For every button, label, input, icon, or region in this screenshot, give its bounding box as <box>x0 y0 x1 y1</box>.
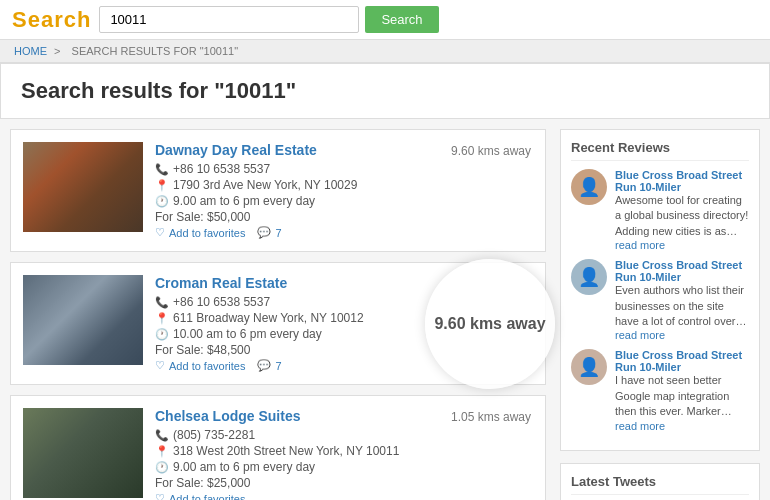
search-heading: Search results for "10011" <box>0 63 770 119</box>
breadcrumb-separator: > <box>54 45 60 57</box>
search-form: Search <box>99 6 438 33</box>
review-text: Even authors who list their businesses o… <box>615 283 749 329</box>
location-icon: 📍 <box>155 445 169 458</box>
clock-icon: 🕐 <box>155 461 169 474</box>
review-name: Blue Cross Broad Street Run 10-Miler <box>615 259 749 283</box>
review-content: Blue Cross Broad Street Run 10-Miler Awe… <box>615 169 749 251</box>
heart-icon: ♡ <box>155 492 165 500</box>
search-input[interactable] <box>99 6 359 33</box>
distance-overlay: 9.60 kms away <box>425 259 555 389</box>
recent-reviews-title: Recent Reviews <box>571 140 749 161</box>
listing-price: For Sale: $25,000 <box>155 476 533 490</box>
review-content: Blue Cross Broad Street Run 10-Miler Eve… <box>615 259 749 341</box>
review-more-link[interactable]: read more <box>615 329 749 341</box>
main-layout: Dawnay Day Real Estate 📞 +86 10 6538 553… <box>0 119 770 500</box>
review-avatar: 👤 <box>571 169 607 205</box>
review-item: 👤 Blue Cross Broad Street Run 10-Miler E… <box>571 259 749 341</box>
review-more-link[interactable]: read more <box>615 239 749 251</box>
listing-card: Dawnay Day Real Estate 📞 +86 10 6538 553… <box>10 129 546 252</box>
clock-icon: 🕐 <box>155 328 169 341</box>
listing-phone: 📞 +86 10 6538 5537 <box>155 162 533 176</box>
listing-price: For Sale: $50,000 <box>155 210 533 224</box>
heart-icon: ♡ <box>155 359 165 372</box>
latest-tweets-section: Latest Tweets 🐦 @OLX_India Thanks for th… <box>560 463 760 500</box>
results-column: Dawnay Day Real Estate 📞 +86 10 6538 553… <box>10 129 546 500</box>
listing-address: 📍 1790 3rd Ave New York, NY 10029 <box>155 178 533 192</box>
site-logo: Search <box>12 7 91 33</box>
listing-card: Chelsea Lodge Suites 📞 (805) 735-2281 📍 … <box>10 395 546 500</box>
location-icon: 📍 <box>155 179 169 192</box>
review-more-link[interactable]: read more <box>615 420 749 432</box>
sidebar: Recent Reviews 👤 Blue Cross Broad Street… <box>560 129 760 500</box>
overlay-distance-text: 9.60 kms away <box>434 315 545 333</box>
phone-icon: 📞 <box>155 429 169 442</box>
breadcrumb-home[interactable]: HOME <box>14 45 47 57</box>
listing-image <box>23 142 143 232</box>
review-text: Awesome tool for creating a global busin… <box>615 193 749 239</box>
review-content: Blue Cross Broad Street Run 10-Miler I h… <box>615 349 749 431</box>
listing-address: 📍 318 West 20th Street New York, NY 1001… <box>155 444 533 458</box>
listing-favorites[interactable]: ♡ Add to favorites <box>155 492 533 500</box>
listing-image <box>23 408 143 498</box>
heart-icon: ♡ <box>155 226 165 239</box>
topbar: Search Search <box>0 0 770 40</box>
comment-icon: 💬 <box>257 359 271 372</box>
review-avatar: 👤 <box>571 349 607 385</box>
review-name: Blue Cross Broad Street Run 10-Miler <box>615 349 749 373</box>
recent-reviews-section: Recent Reviews 👤 Blue Cross Broad Street… <box>560 129 760 451</box>
clock-icon: 🕐 <box>155 195 169 208</box>
review-text: I have not seen better Google map integr… <box>615 373 749 419</box>
phone-icon: 📞 <box>155 296 169 309</box>
listing-card: Croman Real Estate 📞 +86 10 6538 5537 📍 … <box>10 262 546 385</box>
phone-icon: 📞 <box>155 163 169 176</box>
review-name: Blue Cross Broad Street Run 10-Miler <box>615 169 749 193</box>
review-avatar: 👤 <box>571 259 607 295</box>
review-item: 👤 Blue Cross Broad Street Run 10-Miler I… <box>571 349 749 431</box>
listing-hours: 🕐 9.00 am to 6 pm every day <box>155 460 533 474</box>
search-button[interactable]: Search <box>365 6 438 33</box>
breadcrumb: HOME > SEARCH RESULTS FOR "10011" <box>0 40 770 63</box>
listing-phone: 📞 (805) 735-2281 <box>155 428 533 442</box>
listing-hours: 🕐 9.00 am to 6 pm every day <box>155 194 533 208</box>
listing-favorites[interactable]: ♡ Add to favorites 💬 7 <box>155 226 533 239</box>
review-item: 👤 Blue Cross Broad Street Run 10-Miler A… <box>571 169 749 251</box>
listing-distance: 1.05 kms away <box>451 410 531 424</box>
comment-icon: 💬 <box>257 226 271 239</box>
breadcrumb-current: SEARCH RESULTS FOR "10011" <box>72 45 239 57</box>
listing-distance: 9.60 kms away <box>451 144 531 158</box>
location-icon: 📍 <box>155 312 169 325</box>
listing-image <box>23 275 143 365</box>
latest-tweets-title: Latest Tweets <box>571 474 749 495</box>
